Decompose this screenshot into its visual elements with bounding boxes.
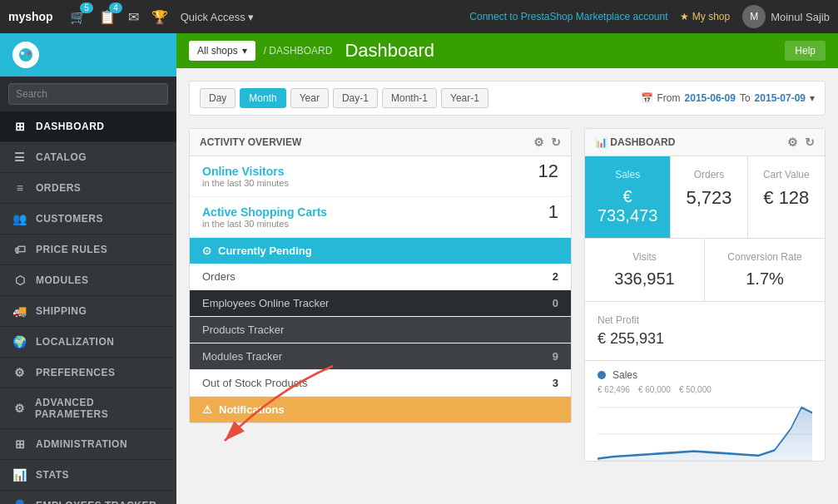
sidebar-item-customers[interactable]: 👥 CUSTOMERS — [0, 204, 176, 235]
settings-icon[interactable]: ⚙ — [533, 136, 544, 149]
modules-tracker-label: Modules Tracker — [202, 350, 282, 363]
refresh-icon[interactable]: ↻ — [551, 136, 561, 149]
online-visitors-label[interactable]: Online Visitors — [202, 165, 558, 178]
brand-name[interactable]: myshop — [8, 10, 53, 23]
sidebar-item-label: ADVANCED PARAMETERS — [35, 397, 164, 420]
sidebar-item-label: DASHBOARD — [36, 121, 105, 132]
active-carts-label[interactable]: Active Shopping Carts — [202, 205, 558, 219]
localization-icon: 🌍 — [12, 335, 27, 348]
out-of-stock-value: 3 — [553, 377, 558, 389]
sidebar-item-preferences[interactable]: ⚙ PREFERENCES — [0, 358, 176, 388]
main-content: Day Month Year Day-1 Month-1 Year-1 📅 Fr… — [176, 68, 838, 504]
cart-value: € 128 — [761, 187, 812, 209]
sidebar-item-orders[interactable]: ≡ ORDERS — [0, 173, 176, 204]
user-menu[interactable]: M Moinul Sajib — [742, 5, 830, 28]
sidebar-item-label: MODULES — [36, 274, 89, 286]
content-area: All shops ▾ / DASHBOARD Dashboard Help D… — [176, 33, 838, 504]
orders-sidebar-icon: ≡ — [12, 181, 27, 195]
pending-section-header: ⊙ Currently Pending — [190, 238, 571, 264]
net-profit-label: Net Profit — [598, 314, 812, 326]
net-profit-value: € 255,931 — [598, 330, 812, 348]
sidebar-item-label: ORDERS — [36, 182, 81, 194]
search-input[interactable] — [8, 83, 168, 105]
orders-badge: 4 — [109, 2, 122, 13]
to-label: To — [740, 92, 751, 104]
from-date: 2015-06-09 — [685, 92, 736, 104]
orders-dash-label: Orders — [683, 169, 734, 180]
orders-label[interactable]: Orders — [202, 270, 236, 283]
sales-chart — [598, 397, 812, 461]
sales-value: € 733,473 — [598, 187, 657, 225]
sidebar-item-employees-tracker[interactable]: 👤 EMPLOYEES TRACKER — [0, 491, 176, 504]
my-shop-link[interactable]: ★ My shop — [680, 11, 730, 22]
main-layout: ⊞ DASHBOARD ☰ CATALOG ≡ ORDERS 👥 CUSTOME… — [0, 33, 838, 504]
active-carts-value: 1 — [548, 201, 558, 223]
chart-y-labels: € 62,496 € 60,000 € 50,000 — [598, 385, 812, 394]
modules-icon: ⬡ — [12, 274, 27, 287]
page-title: Dashboard — [345, 40, 434, 62]
from-label: From — [657, 92, 681, 104]
activity-panel-card: ACTIVITY OVERVIEW ⚙ ↻ 12 Online Visitors — [189, 128, 572, 423]
sidebar-item-label: PRICE RULES — [36, 244, 107, 255]
avatar: M — [742, 5, 766, 28]
activity-panel-body: 12 Online Visitors in the last 30 minute… — [190, 156, 571, 422]
dashboard-panel-body: Sales € 733,473 Orders 5,723 Cart Value … — [585, 156, 825, 461]
trophy-icon[interactable]: 🏆 — [151, 9, 168, 25]
out-of-stock-row: Out of Stock Products 3 — [190, 370, 571, 397]
modules-tracker-row[interactable]: Modules Tracker 9 — [190, 343, 571, 370]
modules-tracker-value: 9 — [553, 350, 558, 363]
year-minus1-filter-button[interactable]: Year-1 — [441, 88, 488, 108]
sidebar-item-label: ADMINISTRATION — [36, 438, 127, 450]
header-bar: All shops ▾ / DASHBOARD Dashboard Help — [176, 33, 838, 68]
sidebar-item-dashboard[interactable]: ⊞ DASHBOARD — [0, 111, 176, 142]
year-filter-button[interactable]: Year — [290, 88, 329, 108]
sidebar-item-modules[interactable]: ⬡ MODULES — [0, 265, 176, 296]
shop-logo — [12, 42, 39, 68]
day-filter-button[interactable]: Day — [200, 88, 236, 108]
price-rules-icon: 🏷 — [12, 243, 27, 256]
day-minus1-filter-button[interactable]: Day-1 — [333, 88, 378, 108]
sidebar-brand-header — [0, 33, 176, 77]
activity-title: ACTIVITY OVERVIEW — [200, 136, 301, 148]
sidebar-item-catalog[interactable]: ☰ CATALOG — [0, 142, 176, 173]
catalog-icon: ☰ — [12, 151, 27, 164]
sidebar-item-label: EMPLOYEES TRACKER — [36, 500, 156, 504]
sidebar-item-shipping[interactable]: 🚚 SHIPPING — [0, 296, 176, 327]
chart-y-low: € 50,000 — [679, 385, 712, 394]
online-visitors-sub: in the last 30 minutes — [202, 178, 558, 188]
active-carts-row: 1 Active Shopping Carts in the last 30 m… — [190, 197, 571, 238]
notifications-label: Notifications — [219, 403, 285, 416]
employee-tracker-value: 0 — [553, 297, 558, 309]
sidebar-item-price-rules[interactable]: 🏷 PRICE RULES — [0, 235, 176, 265]
mail-icon[interactable]: ✉ — [128, 9, 139, 25]
sidebar-item-localization[interactable]: 🌍 LOCALIZATION — [0, 327, 176, 358]
sidebar-search-box — [0, 77, 176, 111]
palette-icon — [17, 47, 34, 63]
dashboard-panel: 📊 DASHBOARD ⚙ ↻ — [584, 128, 826, 462]
orders-dash-value: 5,723 — [683, 187, 734, 209]
month-filter-button[interactable]: Month — [240, 88, 285, 108]
connect-marketplace-link[interactable]: Connect to PrestaShop Marketplace accoun… — [469, 11, 667, 22]
sidebar-item-administration[interactable]: ⊞ ADMINISTRATION — [0, 429, 176, 460]
sidebar-item-advanced-parameters[interactable]: ⚙ ADVANCED PARAMETERS — [0, 388, 176, 429]
legend-label: Sales — [612, 369, 637, 381]
out-of-stock-label[interactable]: Out of Stock Products — [202, 377, 307, 389]
active-carts-sub: in the last 30 minutes — [202, 219, 558, 229]
products-tracker-label: Products Tracker — [202, 324, 284, 336]
shop-selector-button[interactable]: All shops ▾ — [189, 41, 255, 61]
orders-icon[interactable]: 📋 4 — [99, 9, 116, 25]
date-range-picker[interactable]: 📅 From 2015-06-09 To 2015-07-09 ▾ — [641, 92, 815, 104]
products-tracker-row[interactable]: Products Tracker — [190, 317, 571, 343]
employee-tracker-row[interactable]: Employees Online Tracker 0 — [190, 290, 571, 317]
quick-access-menu[interactable]: Quick Access ▾ — [181, 11, 255, 23]
sidebar-item-label: PREFERENCES — [36, 367, 116, 378]
month-minus1-filter-button[interactable]: Month-1 — [382, 88, 437, 108]
visits-cell: Visits 336,951 — [585, 239, 705, 301]
sidebar-item-stats[interactable]: 📊 STATS — [0, 460, 176, 491]
dashboard-refresh-icon[interactable]: ↻ — [805, 136, 815, 149]
cart-badge: 5 — [80, 2, 93, 13]
cart-icon[interactable]: 🛒 5 — [70, 9, 87, 25]
dashboard-settings-icon[interactable]: ⚙ — [787, 136, 798, 149]
chart-icon: 📊 — [595, 136, 607, 148]
help-button[interactable]: Help — [785, 41, 826, 61]
